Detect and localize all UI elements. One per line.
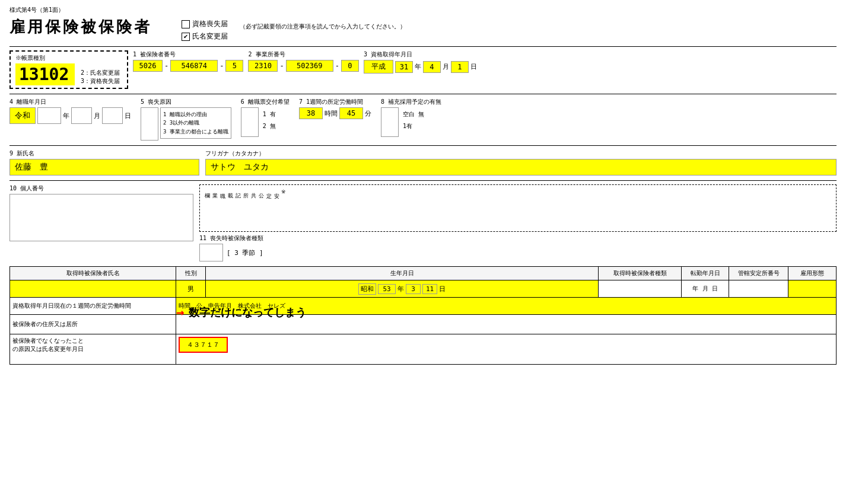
office-number-label: 2 事業所番号 <box>248 50 358 59</box>
qual-day[interactable]: 1 <box>451 61 469 73</box>
loss-cause-input[interactable] <box>141 107 158 141</box>
td-transfer: 年 月 日 <box>682 280 729 297</box>
office-number-group: 2 事業所番号 2310 - 502369 - 0 <box>248 50 358 89</box>
shoushu-type-group: 11 喪失時被保険者種類 [ 3 季節 ] <box>199 234 837 261</box>
ledger-type-box: ※帳票種別 13102 2：氏名変更届 3：資格喪失届 <box>9 50 128 89</box>
anteisho-content <box>292 187 834 229</box>
new-name-label: 9 新氏名 <box>9 149 199 158</box>
kojin-number-input[interactable] <box>9 194 193 241</box>
birth-month[interactable]: 3 <box>406 284 421 294</box>
weekly-hours-value[interactable]: 38 <box>299 107 323 119</box>
td-birth: 昭和 53 年 3 11 日 <box>206 280 599 297</box>
th-transfer: 転勤年月日 <box>682 267 729 280</box>
weekly-hours-group: 7 1週間の所定労働時間 38 時間 45 分 <box>299 98 371 141</box>
anteisho-box: ※ 安 定 公 共 所 記 載 職 業 欄 <box>199 184 837 232</box>
shimei-checkbox[interactable]: ✔ <box>182 33 190 41</box>
shikkaku-checkbox-row: 資格喪失届 <box>182 19 228 29</box>
shikkaku-checkbox[interactable] <box>182 20 190 28</box>
sep-year[interactable] <box>37 107 61 124</box>
table-row-4: 被保険者でなくなったこと の原因又は氏名変更年月日 ４３７１７ <box>10 334 836 364</box>
th-gender: 性別 <box>176 267 206 280</box>
anteisho-label: ※ 安 定 公 共 所 記 載 職 業 欄 <box>202 187 288 229</box>
qualification-date-label: 3 資格取得年月日 <box>364 50 477 59</box>
th-birth: 生年月日 <box>206 267 599 280</box>
office-number-part1[interactable]: 2310 <box>248 60 278 72</box>
rishoku-label: 6 離職票交付希望 <box>241 98 290 106</box>
sep-month[interactable] <box>71 107 92 124</box>
shimei-label: 氏名変更届 <box>192 31 228 42</box>
ledger-label: ※帳票種別 <box>15 54 122 62</box>
row4-wrapper: → 数字だけになってしまう 被保険者でなくなったこと の原因又は氏名変更年月日 … <box>10 334 836 364</box>
form-subtitle: 様式第4号（第1面） <box>9 6 837 14</box>
insured-number-part3[interactable]: 5 <box>225 60 243 72</box>
furigana-input[interactable]: サトウ ユタカ <box>205 159 837 176</box>
qual-year[interactable]: 31 <box>395 61 413 73</box>
ledger-codes: 2：氏名変更届 3：資格喪失届 <box>81 69 120 85</box>
annotation-text: 数字だけになってしまう <box>189 305 306 320</box>
main-table: 取得時被保険者氏名 性別 生年月日 取得時被保険者種類 転勤年月日 管轄安定所番… <box>9 266 837 365</box>
td-row3-label: 被保険者の住所又は居所 <box>10 315 176 334</box>
insured-number-label: 1 被保険者番号 <box>133 50 243 59</box>
sep-era[interactable]: 令和 <box>9 107 36 124</box>
insured-number-part1[interactable]: 5026 <box>133 60 163 72</box>
form-main-title: 雇用保険被保険者 <box>9 17 152 37</box>
shoushu-type-label: 11 喪失時被保険者種類 <box>199 234 837 243</box>
weekly-hours-label: 7 1週間の所定労働時間 <box>299 98 371 106</box>
insured-number-group: 1 被保険者番号 5026 - 546874 - 5 <box>133 50 243 89</box>
birth-year[interactable]: 53 <box>378 284 396 294</box>
office-number-part2[interactable]: 502369 <box>286 60 333 72</box>
right-section: ※ 安 定 公 共 所 記 載 職 業 欄 11 喪失時被保険者種類 [ 3 季… <box>199 184 837 261</box>
weekly-minutes-value[interactable]: 45 <box>339 107 363 119</box>
office-number-part3[interactable]: 0 <box>341 60 359 72</box>
th-name: 取得時被保険者氏名 <box>10 267 176 280</box>
qual-month[interactable]: 4 <box>423 61 441 73</box>
notice-text: （必ず記載要領の注意事項を読んでから入力してください。） <box>240 23 406 31</box>
shoushu-type-input[interactable] <box>199 244 223 261</box>
table-row-2: 資格取得年月日現在の１週間の所定労働時間 時間 公 申告年月 株式会社 セレズ <box>10 298 836 315</box>
th-kankatsu: 管轄安定所番号 <box>729 267 788 280</box>
table-row-3: 被保険者の住所又は居所 <box>10 315 836 334</box>
supplement-label: 8 補充採用予定の有無 <box>381 98 441 106</box>
supplement-input[interactable] <box>381 107 399 137</box>
insured-number-part2[interactable]: 546874 <box>170 60 218 72</box>
table-header: 取得時被保険者氏名 性別 生年月日 取得時被保険者種類 転勤年月日 管轄安定所番… <box>10 267 836 280</box>
rishoku-input[interactable] <box>241 107 259 137</box>
td-gender[interactable]: 男 <box>176 280 206 297</box>
furigana-group: フリガナ（カタカナ） サトウ ユタカ <box>205 149 837 176</box>
td-row2-label: 資格取得年月日現在の１週間の所定労働時間 <box>10 298 176 314</box>
td-row4-value: ４３７１７ <box>176 334 836 364</box>
rishoku-kyuufu-group: 6 離職票交付希望 1 有 2 無 <box>241 98 290 141</box>
table-row-1: 男 昭和 53 年 3 11 日 年 月 日 <box>10 280 836 298</box>
kojin-number-label: 10 個人番号 <box>9 184 193 193</box>
shimei-checkbox-row: ✔ 氏名変更届 <box>182 31 228 42</box>
qualification-date-group: 3 資格取得年月日 平成 31 年 4 月 1 日 <box>364 50 477 89</box>
qual-era[interactable]: 平成 <box>364 60 393 74</box>
furigana-label: フリガナ（カタカナ） <box>205 149 837 158</box>
sep-day[interactable] <box>102 107 123 124</box>
shikkaku-label: 資格喪失届 <box>192 19 228 29</box>
th-type: 取得時被保険者種類 <box>599 267 682 280</box>
supplement-group: 8 補充採用予定の有無 空白 無 1有 <box>381 98 441 141</box>
td-employment-type[interactable] <box>788 280 836 297</box>
new-name-input[interactable]: 佐藤 豊 <box>9 159 199 176</box>
arrow-icon: → <box>176 305 184 320</box>
loss-cause-group: 5 喪失原因 1 離職以外の理由 2 3以外の離職 3 事業主の都合による離職 <box>141 98 231 141</box>
loss-cause-options: 1 離職以外の理由 2 3以外の離職 3 事業主の都合による離職 <box>160 107 231 139</box>
kojin-number-group: 10 個人番号 <box>9 184 193 261</box>
loss-cause-label: 5 喪失原因 <box>141 98 231 106</box>
td-insured-type[interactable] <box>599 280 682 297</box>
row4-highlighted-value[interactable]: ４３７１７ <box>179 337 228 353</box>
birth-day[interactable]: 11 <box>422 284 437 294</box>
ledger-value: 13102 <box>15 63 75 85</box>
td-kankatsu[interactable] <box>729 280 788 297</box>
separation-date-label: 4 離職年月日 <box>9 98 131 106</box>
th-employment: 雇用形態 <box>788 267 836 280</box>
birth-era[interactable]: 昭和 <box>358 283 376 295</box>
annotation-area: → 数字だけになってしまう <box>176 305 306 320</box>
separation-date-group: 4 離職年月日 令和 年 月 日 <box>9 98 131 141</box>
td-row4-label: 被保険者でなくなったこと の原因又は氏名変更年月日 <box>10 334 176 364</box>
new-name-group: 9 新氏名 佐藤 豊 <box>9 149 199 176</box>
td-name[interactable] <box>10 280 176 297</box>
